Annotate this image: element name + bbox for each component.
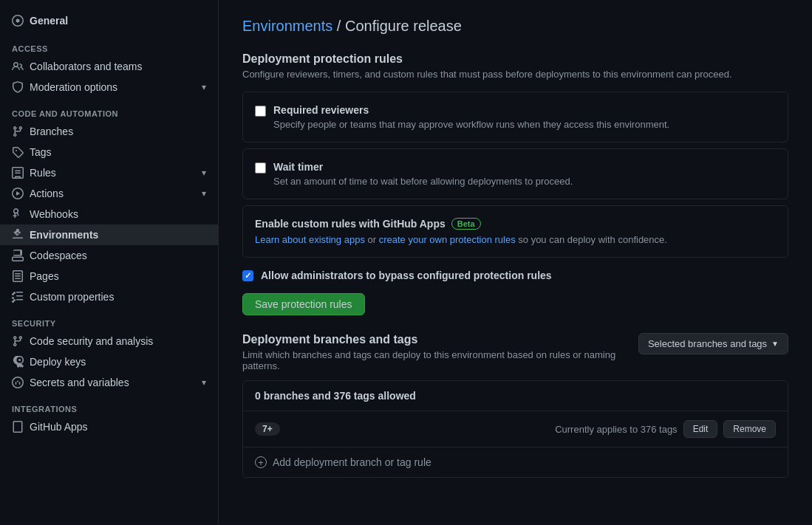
allow-admins-label: Allow administrators to bypass configure… (261, 270, 552, 281)
sidebar-item-tags[interactable]: Tags (0, 142, 218, 162)
add-rule-label: Add deployment branch or tag rule (273, 456, 431, 468)
sidebar-item-label-collaborators: Collaborators and teams (30, 61, 143, 72)
sidebar-item-label-rules: Rules (30, 167, 56, 179)
breadcrumb-link[interactable]: Environments (242, 18, 332, 34)
people-icon (12, 61, 24, 72)
deploy-branches-header: Deployment branches and tags Limit which… (242, 333, 788, 371)
branch-icon (12, 126, 24, 137)
apps-icon (12, 421, 24, 433)
deploy-branches-title: Deployment branches and tags (242, 333, 638, 346)
sidebar-item-label-github-apps: GitHub Apps (30, 421, 88, 433)
sidebar-item-code-security[interactable]: Code security and analysis (0, 331, 218, 351)
add-rule-row[interactable]: + Add deployment branch or tag rule (243, 447, 788, 477)
selected-branches-dropdown[interactable]: Selected branches and tags ▼ (638, 333, 788, 354)
chevron-down-icon: ▼ (771, 340, 779, 348)
protection-rules-subtitle: Configure reviewers, timers, and custom … (242, 69, 788, 80)
env-icon (12, 229, 24, 241)
sidebar-item-label-actions: Actions (30, 188, 64, 199)
tag-icon (12, 146, 24, 158)
required-reviewers-box: Required reviewers Specify people or tea… (242, 92, 788, 143)
create-rules-link[interactable]: create your own protection rules (379, 234, 516, 245)
protection-rules-title: Deployment protection rules (242, 52, 788, 66)
sidebar-section-label: Integrations (0, 393, 218, 416)
sidebar-item-label-custom-properties: Custom properties (30, 291, 114, 303)
sidebar-item-codespaces[interactable]: Codespaces (0, 245, 218, 266)
sidebar-item-label-branches: Branches (30, 126, 73, 137)
required-reviewers-desc: Specify people or teams that may approve… (273, 119, 669, 130)
save-protection-rules-button[interactable]: Save protection rules (242, 293, 365, 315)
sidebar-item-branches[interactable]: Branches (0, 121, 218, 142)
sidebar-item-pages[interactable]: Pages (0, 266, 218, 286)
sidebar-item-label-webhooks: Webhooks (30, 208, 78, 220)
sidebar-section-label: Code and automation (0, 97, 218, 121)
properties-icon (12, 291, 24, 303)
breadcrumb-separator: / (332, 18, 345, 34)
custom-rules-title: Enable custom rules with GitHub Apps Bet… (255, 218, 776, 230)
rules-icon (12, 167, 24, 179)
sidebar-item-label-pages: Pages (30, 270, 59, 282)
required-reviewers-title: Required reviewers (273, 104, 669, 116)
sidebar-item-webhooks[interactable]: Webhooks (0, 204, 218, 224)
sidebar-general-label: General (30, 15, 68, 27)
breadcrumb-current: Configure release (345, 18, 462, 34)
page-header: Environments / Configure release (242, 18, 788, 35)
learn-apps-link[interactable]: Learn about existing apps (255, 234, 365, 245)
sidebar-item-environments[interactable]: Environments (0, 224, 218, 245)
webhook-icon (12, 208, 24, 220)
main-content: Environments / Configure release Deploym… (219, 0, 812, 525)
wait-timer-title: Wait timer (273, 161, 573, 173)
allow-admins-checkbox[interactable] (242, 270, 253, 281)
sidebar-item-moderation[interactable]: Moderation options▾ (0, 77, 218, 97)
custom-rules-box: Enable custom rules with GitHub Apps Bet… (242, 205, 788, 258)
chevron-down-icon: ▾ (202, 168, 206, 178)
chevron-down-icon: ▾ (202, 82, 206, 92)
sidebar-item-deploy-keys[interactable]: Deploy keys (0, 351, 218, 372)
sidebar-item-rules[interactable]: Rules▾ (0, 162, 218, 183)
sidebar-general[interactable]: General (0, 9, 218, 32)
applies-text: Currently applies to 376 tags (555, 424, 677, 435)
sidebar-item-label-code-security: Code security and analysis (30, 335, 153, 347)
sidebar-item-label-secrets: Secrets and variables (30, 377, 129, 388)
custom-rules-desc: Learn about existing apps or create your… (255, 234, 776, 245)
sidebar-item-label-deploy-keys: Deploy keys (30, 356, 86, 368)
sidebar-item-label-environments: Environments (30, 229, 98, 241)
chevron-down-icon: ▾ (202, 377, 206, 388)
edit-rule-button[interactable]: Edit (683, 420, 718, 438)
key-icon (12, 356, 24, 368)
sidebar-sections: AccessCollaborators and teamsModeration … (0, 32, 218, 437)
sidebar-section-label: Security (0, 307, 218, 331)
sidebar-item-secrets[interactable]: Secrets and variables▾ (0, 372, 218, 393)
sidebar-section-label: Access (0, 32, 218, 56)
sidebar-item-github-apps[interactable]: GitHub Apps (0, 416, 218, 437)
codespaces-icon (12, 250, 24, 261)
deploy-branches-subtitle: Limit which branches and tags can deploy… (242, 349, 638, 371)
branches-box-header: 0 branches and 376 tags allowed (243, 381, 788, 411)
sidebar-item-label-moderation: Moderation options (30, 81, 117, 93)
wait-timer-checkbox[interactable] (255, 162, 266, 174)
sidebar-item-label-tags: Tags (30, 146, 52, 158)
actions-icon (12, 188, 24, 199)
pages-icon (12, 270, 24, 282)
branch-tag: 7+ (255, 422, 280, 436)
sidebar: General AccessCollaborators and teamsMod… (0, 0, 219, 525)
branch-rule-row: 7+ Currently applies to 376 tags Edit Re… (243, 411, 788, 447)
secret-icon (12, 377, 24, 388)
sidebar-item-collaborators[interactable]: Collaborators and teams (0, 56, 218, 77)
plus-circle-icon: + (255, 456, 267, 468)
chevron-down-icon: ▾ (202, 188, 206, 199)
sidebar-item-label-codespaces: Codespaces (30, 250, 87, 261)
wait-timer-desc: Set an amount of time to wait before all… (273, 176, 573, 187)
branches-box: 0 branches and 376 tags allowed 7+ Curre… (242, 380, 788, 478)
required-reviewers-checkbox[interactable] (255, 106, 266, 117)
page-title: Environments / Configure release (242, 18, 788, 35)
gear-icon (12, 15, 24, 27)
sidebar-item-actions[interactable]: Actions▾ (0, 183, 218, 204)
security-icon (12, 335, 24, 347)
sidebar-item-custom-properties[interactable]: Custom properties (0, 286, 218, 307)
beta-badge: Beta (451, 218, 481, 230)
allow-admins-row: Allow administrators to bypass configure… (242, 270, 788, 281)
shield-icon (12, 81, 24, 93)
remove-rule-button[interactable]: Remove (723, 420, 776, 438)
wait-timer-box: Wait timer Set an amount of time to wait… (242, 148, 788, 199)
